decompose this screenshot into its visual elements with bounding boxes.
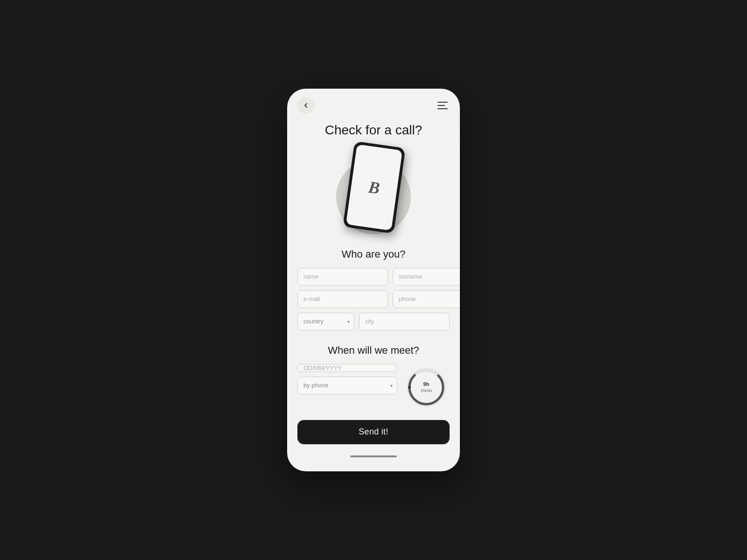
contact-select-wrap: by phone by email in person ▾: [297, 377, 397, 394]
menu-icon-line3: [437, 108, 448, 109]
phone-input[interactable]: [393, 290, 460, 308]
svg-text:15min: 15min: [421, 388, 432, 393]
svg-point-62: [408, 386, 411, 389]
time-clock[interactable]: 9h 15min: [403, 364, 450, 411]
back-button[interactable]: [297, 97, 314, 114]
phone-header: [287, 89, 460, 119]
send-section: Send it!: [287, 411, 460, 449]
country-city-row: country ▾: [297, 313, 450, 330]
back-icon: [303, 103, 309, 108]
menu-button[interactable]: [437, 99, 450, 112]
who-section: Who are you? country ▾: [287, 248, 460, 330]
menu-icon-line2: [437, 105, 445, 106]
brand-logo: B: [367, 177, 381, 198]
send-button[interactable]: Send it!: [297, 420, 450, 444]
svg-point-61: [409, 371, 443, 404]
when-section-title: When will we meet?: [297, 344, 450, 357]
who-section-title: Who are you?: [297, 248, 450, 260]
surname-input[interactable]: [393, 268, 460, 286]
page-title: Check for a call?: [287, 119, 460, 146]
country-select-wrap: country ▾: [297, 313, 354, 330]
email-input[interactable]: [297, 290, 388, 308]
phone-screen: B: [346, 144, 402, 231]
svg-text:9h: 9h: [423, 381, 430, 387]
when-section: When will we meet? by phone by email in …: [287, 335, 460, 411]
when-row: by phone by email in person ▾: [297, 364, 450, 411]
city-input[interactable]: [359, 313, 450, 330]
email-phone-row: [297, 290, 450, 308]
phone-frame: Check for a call? B Who are you? country…: [287, 89, 460, 471]
home-indicator: [350, 455, 397, 457]
when-inputs: by phone by email in person ▾: [297, 364, 397, 394]
phone-illustration: B: [327, 146, 420, 239]
date-input[interactable]: [297, 364, 397, 372]
menu-icon-line1: [437, 102, 448, 103]
country-select[interactable]: country: [297, 313, 354, 330]
contact-method-select[interactable]: by phone by email in person: [297, 377, 397, 394]
name-input[interactable]: [297, 268, 388, 286]
clock-svg: 9h 15min: [404, 365, 449, 410]
name-surname-row: [297, 268, 450, 286]
